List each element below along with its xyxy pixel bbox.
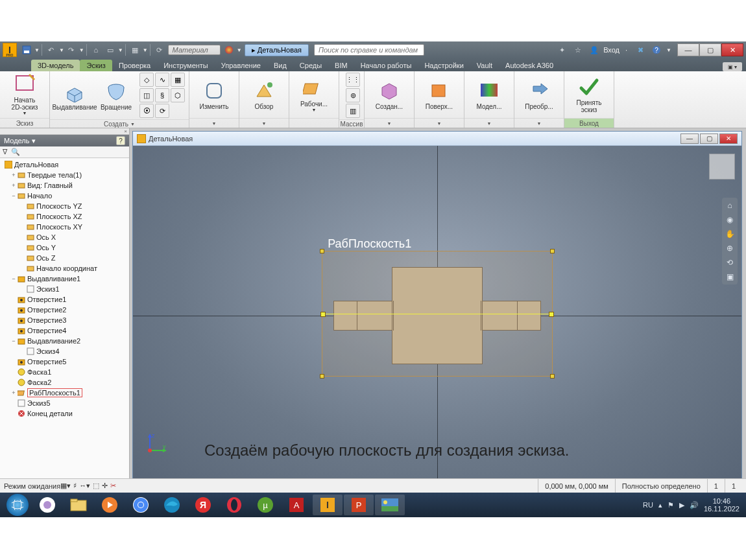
signin-link[interactable]: Вход: [603, 46, 620, 54]
tab-getstarted[interactable]: Начало работы: [354, 60, 418, 71]
undo-icon[interactable]: ↶: [45, 43, 58, 56]
tab-vault[interactable]: Vault: [470, 60, 499, 71]
chrome-icon[interactable]: [126, 495, 156, 515]
navigation-bar[interactable]: ⌂◉✋⊕⟲▣: [722, 198, 738, 285]
tray-flag-icon[interactable]: ⚑: [668, 501, 674, 509]
tab-manage[interactable]: Управление: [215, 60, 267, 71]
inventor-task-icon[interactable]: I: [313, 495, 343, 515]
tree-item[interactable]: +Вид: Главный: [1, 180, 128, 191]
active-document-tab[interactable]: ▸ ДетальНовая: [245, 44, 309, 56]
maximize-button[interactable]: ▢: [699, 43, 721, 56]
tree-item[interactable]: Начало координат: [1, 263, 128, 274]
home-icon[interactable]: ⌂: [90, 43, 102, 56]
tree-item[interactable]: Ось X: [1, 232, 128, 242]
redo-icon[interactable]: ↷: [65, 43, 78, 56]
close-button[interactable]: ✕: [721, 43, 743, 56]
explorer-icon[interactable]: [64, 495, 93, 515]
convert-button[interactable]: Преобр...: [518, 73, 560, 117]
favorite-icon[interactable]: ☆: [572, 43, 584, 56]
point-icon[interactable]: ✛: [102, 482, 108, 490]
media-icon[interactable]: [95, 495, 125, 515]
explore-button[interactable]: Обзор: [243, 73, 285, 117]
tree-item[interactable]: −Выдавливание2: [1, 336, 128, 346]
minimize-button[interactable]: —: [677, 43, 699, 56]
yandex-browser-icon[interactable]: Я: [188, 495, 218, 515]
tree-item[interactable]: Отверстие1: [1, 294, 128, 305]
tree-item[interactable]: Ось Y: [1, 242, 128, 253]
tab-view[interactable]: Вид: [267, 60, 293, 71]
slice-icon[interactable]: ✂: [110, 482, 116, 490]
tree-item[interactable]: Отверстие4: [1, 325, 128, 336]
language-indicator[interactable]: RU: [643, 501, 653, 509]
start-button[interactable]: [6, 494, 29, 516]
yandex-icon[interactable]: [32, 495, 62, 515]
doc-maximize-button[interactable]: ▢: [700, 134, 718, 144]
tray-up-icon[interactable]: ▴: [658, 501, 662, 509]
modify-button[interactable]: Изменить: [193, 73, 235, 117]
tree-item[interactable]: Отверстие5: [1, 356, 128, 367]
tray-volume-icon[interactable]: 🔊: [690, 501, 699, 509]
viewport[interactable]: РабПлоскость1 zy Создаём рабочую плоскос…: [133, 146, 741, 485]
tree-root[interactable]: ДетальНовая: [1, 159, 128, 170]
dim-icon[interactable]: ⬚: [93, 482, 99, 490]
select-icon[interactable]: ▦: [128, 43, 141, 56]
tab-bim[interactable]: BIM: [328, 60, 354, 71]
surface-button[interactable]: Поверх...: [418, 73, 460, 117]
refresh-icon[interactable]: ⟳: [153, 43, 166, 56]
feature-tree[interactable]: ДетальНовая +Твердые тела(1)+Вид: Главны…: [0, 158, 129, 504]
tree-item[interactable]: Эскиз5: [1, 398, 128, 408]
pattern-buttons[interactable]: ⋮⋮⊚▥: [346, 73, 360, 118]
help-search-input[interactable]: [314, 44, 424, 56]
image-viewer-icon[interactable]: [375, 495, 405, 515]
workplane-rect[interactable]: [322, 251, 553, 377]
help-icon[interactable]: ?: [650, 43, 663, 56]
tree-item[interactable]: +РабПлоскость1: [1, 388, 128, 398]
doc-close-button[interactable]: ✕: [719, 134, 738, 144]
start-2d-sketch-button[interactable]: Начать 2D-эскиз▼: [4, 73, 45, 117]
tab-inspect[interactable]: Проверка: [112, 60, 157, 71]
tree-item[interactable]: +Твердые тела(1): [1, 170, 128, 180]
tree-item[interactable]: Плоскость XZ: [1, 211, 128, 222]
tree-item[interactable]: Эскиз4: [1, 346, 128, 356]
exchange-icon[interactable]: ✖: [634, 43, 647, 56]
tab-environments[interactable]: Среды: [293, 60, 328, 71]
tree-item[interactable]: Отверстие3: [1, 315, 128, 325]
tree-item[interactable]: Фаска2: [1, 377, 128, 388]
star-icon[interactable]: ✦: [555, 43, 568, 56]
grid-icon[interactable]: ♯: [73, 482, 77, 490]
tab-3d-model[interactable]: 3D-модель: [31, 60, 80, 71]
simulation-button[interactable]: Модел...: [468, 73, 510, 117]
ribbon-collapse-icon[interactable]: ▣ ▾: [723, 62, 742, 71]
tab-tools[interactable]: Инструменты: [157, 60, 215, 71]
help-icon[interactable]: ?: [116, 136, 125, 145]
create-small-buttons[interactable]: ◇∿▦ ◫§⬡ ⦿⟳: [139, 73, 185, 118]
user-icon[interactable]: 👤: [588, 43, 601, 56]
doc-minimize-button[interactable]: —: [680, 134, 699, 144]
extrude-button[interactable]: Выдавливание: [54, 73, 95, 117]
open-icon[interactable]: ▭: [104, 43, 117, 56]
tree-item[interactable]: Плоскость XY: [1, 222, 128, 232]
tree-item[interactable]: −Выдавливание1: [1, 274, 128, 284]
revolve-button[interactable]: Вращение: [95, 73, 137, 117]
tab-sketch[interactable]: Эскиз: [80, 60, 112, 71]
tree-item[interactable]: Отверстие2: [1, 305, 128, 315]
browser-toolbar[interactable]: ∇🔍: [0, 146, 129, 158]
opera-icon[interactable]: [219, 495, 249, 515]
edge-icon[interactable]: [157, 495, 187, 515]
tray-network-icon[interactable]: ▶: [679, 501, 684, 509]
viewcube[interactable]: [709, 154, 735, 180]
acrobat-icon[interactable]: A: [282, 495, 311, 515]
snap-icon[interactable]: ▦▾: [60, 482, 71, 490]
tree-item[interactable]: Фаска1: [1, 367, 128, 377]
dropdown-icon[interactable]: ▼: [34, 47, 40, 53]
finish-sketch-button[interactable]: Принять эскиз: [568, 73, 610, 117]
tree-item[interactable]: Эскиз1: [1, 284, 128, 294]
taskbar-clock[interactable]: 10:4616.11.2022: [704, 497, 740, 513]
utorrent-icon[interactable]: µ: [250, 495, 280, 515]
freeform-button[interactable]: Создан...: [368, 73, 410, 117]
tree-item[interactable]: Ось Z: [1, 253, 128, 263]
tab-addins[interactable]: Надстройки: [418, 60, 470, 71]
browser-header[interactable]: Модель ▾?: [0, 135, 129, 146]
tree-item[interactable]: Плоскость YZ: [1, 201, 128, 211]
tree-item[interactable]: −Начало: [1, 191, 128, 201]
